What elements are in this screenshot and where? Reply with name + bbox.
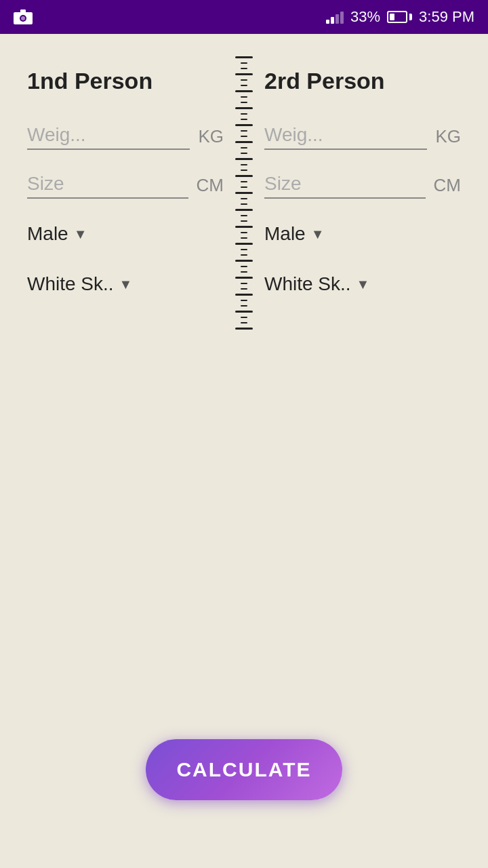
left-weight-field-wrap (27, 121, 190, 150)
left-weight-unit: KG (198, 126, 224, 147)
left-gender-label: Male (27, 223, 68, 245)
right-column: 2rd Person KG CM Male ▼ (224, 68, 461, 299)
right-skin-arrow-icon: ▼ (357, 277, 370, 292)
photo-icon (14, 9, 33, 24)
right-size-row: CM (264, 170, 461, 199)
left-size-unit: CM (197, 175, 224, 196)
svg-rect-1 (20, 9, 26, 13)
left-gender-arrow-icon: ▼ (74, 226, 87, 242)
right-gender-dropdown[interactable]: Male ▼ (264, 219, 461, 249)
right-weight-unit: KG (435, 126, 461, 147)
battery-icon (387, 11, 412, 23)
left-skin-arrow-icon: ▼ (119, 277, 133, 292)
main-content: 1nd Person KG CM Male ▼ (0, 34, 488, 834)
signal-icon (326, 10, 344, 24)
right-weight-row: KG (264, 121, 461, 150)
left-size-row: CM (27, 170, 224, 199)
left-gender-dropdown[interactable]: Male ▼ (27, 219, 224, 249)
center-ruler (241, 54, 247, 332)
right-person-title: 2rd Person (264, 68, 461, 94)
battery-percent-text: 33% (350, 8, 380, 26)
time-display: 3:59 PM (419, 8, 474, 26)
left-person-title: 1nd Person (27, 68, 224, 94)
columns-container: 1nd Person KG CM Male ▼ (27, 68, 461, 299)
left-size-input[interactable] (27, 170, 188, 199)
calculate-button[interactable]: CALCULATE (146, 739, 342, 800)
left-column: 1nd Person KG CM Male ▼ (27, 68, 224, 299)
right-size-input[interactable] (264, 170, 426, 199)
right-skin-label: White Sk.. (264, 273, 351, 295)
right-size-unit: CM (434, 175, 461, 196)
right-skin-dropdown[interactable]: White Sk.. ▼ (264, 269, 461, 299)
right-gender-arrow-icon: ▼ (311, 226, 325, 242)
right-gender-label: Male (264, 223, 306, 245)
status-bar-left (14, 9, 33, 24)
left-size-field-wrap (27, 170, 188, 199)
left-skin-label: White Sk.. (27, 273, 114, 295)
right-weight-field-wrap (264, 121, 427, 150)
left-skin-dropdown[interactable]: White Sk.. ▼ (27, 269, 224, 299)
left-weight-input[interactable] (27, 121, 190, 150)
svg-point-3 (21, 16, 25, 20)
left-weight-row: KG (27, 121, 224, 150)
status-bar: 33% 3:59 PM (0, 0, 488, 34)
right-size-field-wrap (264, 170, 426, 199)
right-weight-input[interactable] (264, 121, 427, 150)
